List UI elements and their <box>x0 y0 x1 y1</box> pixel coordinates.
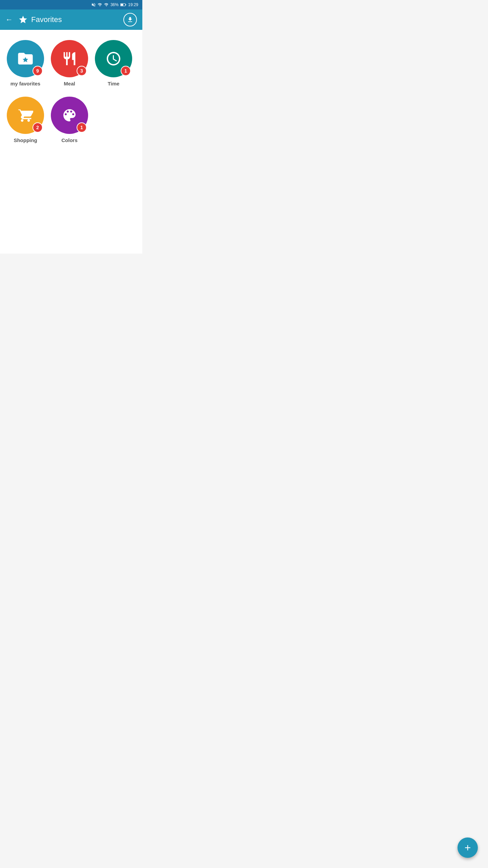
mute-icon <box>91 2 96 7</box>
svg-rect-1 <box>121 4 123 5</box>
svg-rect-2 <box>125 4 126 5</box>
circle-wrapper-shopping: 2 <box>7 97 44 134</box>
category-item-colors[interactable]: 1 Colors <box>51 97 88 143</box>
label-colors: Colors <box>61 137 78 143</box>
clock-icon <box>105 51 122 67</box>
category-item-meal[interactable]: 3 Meal <box>51 40 88 86</box>
label-time: Time <box>108 81 120 86</box>
palette-icon <box>61 107 78 123</box>
label-my-favorites: my favorites <box>11 81 40 86</box>
cart-icon <box>18 107 33 123</box>
star-icon-header <box>18 15 28 24</box>
toolbar: ← Favorites <box>0 9 142 30</box>
category-item-shopping[interactable]: 2 Shopping <box>7 97 44 143</box>
toolbar-left: ← Favorites <box>5 15 62 24</box>
category-item-my-favorites[interactable]: 9 my favorites <box>7 40 44 86</box>
category-item-time[interactable]: 1 Time <box>95 40 132 86</box>
battery-icon <box>120 3 126 6</box>
battery-percent: 36% <box>110 2 119 7</box>
back-button[interactable]: ← <box>5 15 13 24</box>
circle-wrapper-time: 1 <box>95 40 132 77</box>
download-button[interactable] <box>123 13 137 26</box>
badge-meal: 3 <box>77 66 87 76</box>
circle-wrapper-meal: 3 <box>51 40 88 77</box>
badge-time: 1 <box>121 66 131 76</box>
download-icon <box>127 16 134 23</box>
status-icons: 36% 19:29 <box>91 2 138 7</box>
utensils-icon <box>62 51 77 66</box>
badge-shopping: 2 <box>33 122 43 133</box>
circle-wrapper-my-favorites: 9 <box>7 40 44 77</box>
badge-my-favorites: 9 <box>33 66 43 76</box>
badge-colors: 1 <box>77 122 87 133</box>
wifi-icon <box>98 2 102 7</box>
signal-icon <box>104 2 109 7</box>
label-meal: Meal <box>64 81 75 86</box>
time-display: 19:29 <box>128 2 138 7</box>
label-shopping: Shopping <box>14 137 37 143</box>
main-content: 9 my favorites 3 Meal <box>0 30 142 254</box>
circle-wrapper-colors: 1 <box>51 97 88 134</box>
status-bar: 36% 19:29 <box>0 0 142 9</box>
toolbar-title: Favorites <box>18 15 62 24</box>
